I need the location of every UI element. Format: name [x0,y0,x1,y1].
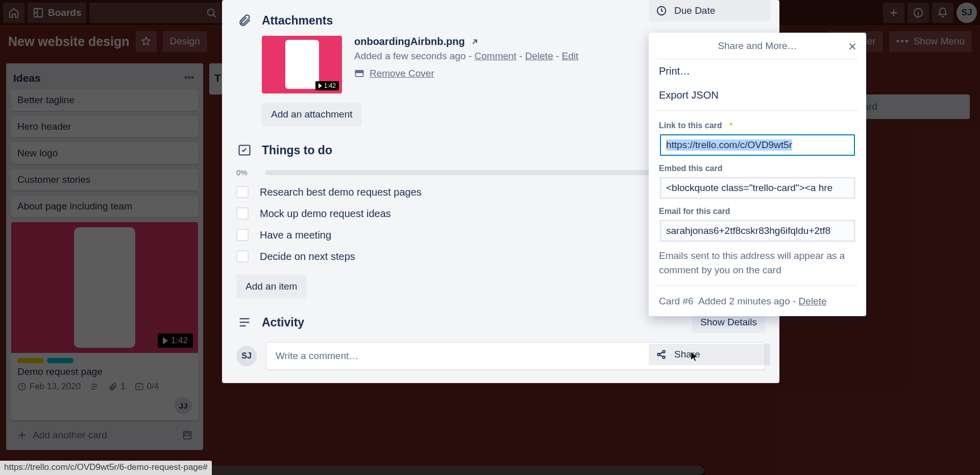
email-input[interactable]: sarahjonas6+2tf8cskr83hg6ifqldu+2tf8 [659,219,856,243]
activity-icon [236,315,253,329]
attachment-edit-link[interactable]: Edit [562,51,579,61]
checklist-item-label: Mock up demo request ideas [260,208,391,220]
clock-icon [656,5,667,16]
svg-rect-11 [356,70,363,73]
print-item[interactable]: Print… [649,59,866,83]
due-date-label: Due Date [674,5,715,16]
email-label: Email for this card [649,200,866,219]
share-popover: Share and More… Print… Export JSON Link … [649,33,866,316]
card-sidebar-actions: Share [649,344,770,370]
checklist-percent: 0% [236,168,257,177]
embed-input[interactable]: <blockquote class="trello-card"><a hre [659,176,856,200]
checklist-item-label: Research best demo request pages [260,186,422,198]
close-icon [847,41,858,52]
comment-avatar: SJ [236,346,257,366]
attachment-thumbnail[interactable]: 1:42 [262,36,342,93]
checkbox[interactable] [236,229,249,241]
popover-footer: Card #6 Added 2 minutes ago - Delete [649,289,866,307]
share-icon [656,349,667,360]
popover-delete-link[interactable]: Delete [799,296,827,306]
checklist-item-label: Have a meeting [260,229,331,241]
card-sidebar: Due Date [649,0,770,27]
export-json-item[interactable]: Export JSON [649,83,866,107]
link-input[interactable]: https://trello.com/c/OVD9wt5r [659,133,856,157]
activity-title: Activity [262,316,683,329]
add-checklist-item-button[interactable]: Add an item [236,275,306,298]
checkbox[interactable] [236,250,249,263]
embed-label: Embed this card [649,157,866,176]
paperclip-icon [236,13,253,28]
comment-placeholder: Write a comment… [276,350,358,362]
premium-icon [726,121,736,130]
checkbox[interactable] [236,186,249,198]
link-label: Link to this card [649,114,866,133]
browser-statusbar: https://trello.com/c/OVD9wt5r/6-demo-req… [0,461,212,475]
checklist-icon [236,143,253,157]
share-label: Share [674,349,700,360]
video-duration-badge: 1:42 [315,81,339,90]
popover-title: Share and More… [718,40,797,52]
cover-icon [354,68,364,79]
external-link-icon [470,37,479,46]
add-attachment-button[interactable]: Add an attachment [262,103,362,126]
checklist-item-label: Decide on next steps [260,251,355,263]
play-icon [318,83,322,88]
checkbox[interactable] [236,207,249,220]
email-note: Emails sent to this address will appear … [649,243,866,277]
popover-divider [657,285,858,286]
attachment-delete-link[interactable]: Delete [525,51,553,61]
attachment-comment-link[interactable]: Comment [475,51,517,61]
due-date-button[interactable]: Due Date [649,0,770,21]
share-button[interactable]: Share [649,344,770,365]
checklist-title[interactable]: Things to do [262,144,712,157]
popover-divider [657,110,858,111]
popover-close-button[interactable] [845,39,860,54]
